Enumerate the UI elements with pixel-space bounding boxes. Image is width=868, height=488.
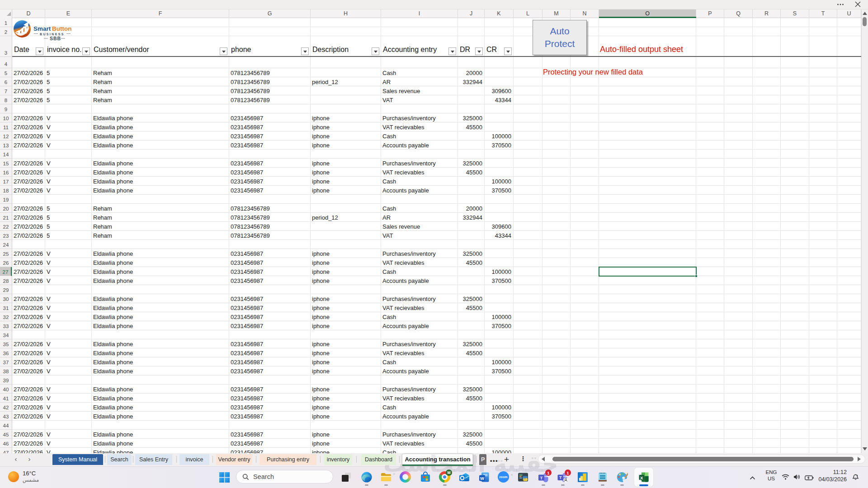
cell-E27[interactable]: V: [45, 267, 91, 276]
cell-I43[interactable]: Accounts payable: [381, 412, 458, 421]
cell-H47[interactable]: iphone: [311, 448, 381, 453]
cell-E16[interactable]: V: [45, 168, 91, 177]
row-header-15[interactable]: 15: [0, 159, 12, 168]
cell-H27[interactable]: iphone: [311, 267, 381, 276]
cell-F25[interactable]: Eldawlia phone: [92, 249, 229, 258]
column-header-K[interactable]: K: [485, 9, 514, 18]
row-header-16[interactable]: 16: [0, 168, 12, 177]
cell-E32[interactable]: V: [45, 312, 91, 321]
cell-E41[interactable]: V: [45, 394, 91, 403]
auto-protect-button[interactable]: Auto Protect: [533, 20, 587, 55]
cell-H37[interactable]: iphone: [311, 357, 381, 366]
cell-E31[interactable]: V: [45, 303, 91, 312]
cell-E10[interactable]: V: [45, 113, 91, 122]
cell-D42[interactable]: 27/02/2026: [12, 403, 45, 412]
column-header-I[interactable]: I: [381, 9, 458, 18]
tabs-scroll-right-icon[interactable]: ›: [26, 455, 33, 463]
cell-G8[interactable]: 078123456789: [229, 95, 310, 104]
edge-icon[interactable]: [361, 471, 373, 483]
row-header-21[interactable]: 21: [0, 213, 12, 222]
window-more-icon[interactable]: [835, 0, 846, 9]
row-header-47[interactable]: 47: [0, 448, 12, 453]
cell-F38[interactable]: Eldawlia phone: [92, 366, 229, 375]
row-header-19[interactable]: 19: [0, 195, 12, 204]
header-cell-I3[interactable]: Accounting entry: [381, 36, 458, 56]
column-header-F[interactable]: F: [92, 9, 229, 18]
cell-F22[interactable]: Reham: [92, 222, 229, 231]
cell-K22[interactable]: 309600: [485, 222, 513, 231]
cell-E12[interactable]: V: [45, 131, 91, 141]
row-header-23[interactable]: 23: [0, 231, 12, 240]
cell-G5[interactable]: 078123456789: [229, 68, 310, 77]
cell-G15[interactable]: 0231456987: [229, 159, 310, 168]
cell-H31[interactable]: iphone: [311, 303, 381, 312]
cell-E35[interactable]: V: [45, 339, 91, 348]
cell-E20[interactable]: 5: [45, 204, 91, 213]
filter-icon-I[interactable]: [448, 47, 456, 55]
column-header-U[interactable]: U: [837, 9, 861, 18]
vertical-scrollbar[interactable]: [861, 9, 868, 453]
cell-G22[interactable]: 078123456789: [229, 222, 310, 231]
row-header-45[interactable]: 45: [0, 430, 12, 439]
cell-I35[interactable]: Purchases/inventory: [381, 339, 458, 348]
cell-I45[interactable]: Purchases/inventory: [381, 430, 458, 439]
row-header-13[interactable]: 13: [0, 141, 12, 150]
cell-I47[interactable]: Cash: [381, 448, 458, 453]
zoom-icon[interactable]: zoom: [498, 471, 509, 483]
filter-icon-E[interactable]: [82, 47, 90, 55]
cell-G32[interactable]: 0231456987: [229, 312, 310, 321]
word-icon[interactable]: W: [478, 471, 490, 483]
cell-I28[interactable]: Accounts payable: [381, 276, 458, 285]
cell-E38[interactable]: V: [45, 366, 91, 375]
cell-F27[interactable]: Eldawlia phone: [92, 267, 229, 276]
row-header-25[interactable]: 25: [0, 249, 12, 258]
cell-D46[interactable]: 27/02/2026: [12, 439, 45, 448]
cell-F45[interactable]: Eldawlia phone: [92, 430, 229, 439]
row-header-38[interactable]: 38: [0, 366, 12, 375]
sheet-tab-p[interactable]: P: [479, 454, 486, 465]
horizontal-scrollbar-thumb[interactable]: [552, 457, 854, 461]
cell-J30[interactable]: 325000: [458, 294, 484, 303]
column-header-H[interactable]: H: [311, 9, 381, 18]
cell-I17[interactable]: Cash: [381, 177, 458, 186]
cell-H13[interactable]: iphone: [311, 141, 381, 150]
scroll-down-icon[interactable]: [863, 447, 867, 450]
scroll-up-icon[interactable]: [863, 12, 867, 15]
filter-icon-D[interactable]: [36, 47, 43, 55]
cell-H21[interactable]: period_12: [311, 213, 381, 222]
teams-icon[interactable]: T1: [538, 471, 549, 483]
row-header-10[interactable]: 10: [0, 113, 12, 122]
cell-H12[interactable]: iphone: [311, 131, 381, 141]
wifi-icon[interactable]: [782, 474, 789, 482]
cell-J41[interactable]: 45500: [458, 394, 484, 403]
row-header-8[interactable]: 8: [0, 95, 12, 104]
cell-D37[interactable]: 27/02/2026: [12, 357, 45, 366]
cell-J35[interactable]: 325000: [458, 339, 484, 348]
cell-F42[interactable]: Eldawlia phone: [92, 403, 229, 412]
cell-D32[interactable]: 27/02/2026: [12, 312, 45, 321]
vertical-scrollbar-thumb[interactable]: [863, 17, 867, 26]
cell-K33[interactable]: 370500: [485, 321, 513, 330]
cell-D41[interactable]: 27/02/2026: [12, 394, 45, 403]
chrome-icon[interactable]: M: [439, 471, 451, 483]
cell-E36[interactable]: V: [45, 348, 91, 357]
cell-D5[interactable]: 27/02/2026: [12, 68, 45, 77]
cell-I12[interactable]: Cash: [381, 131, 458, 141]
cell-G33[interactable]: 0231456987: [229, 321, 310, 330]
cell-F33[interactable]: Eldawlia phone: [92, 321, 229, 330]
cell-H33[interactable]: iphone: [311, 321, 381, 330]
cell-F37[interactable]: Eldawlia phone: [92, 357, 229, 366]
store-icon[interactable]: [420, 471, 431, 483]
cell-G17[interactable]: 0231456987: [229, 177, 310, 186]
column-header-M[interactable]: M: [542, 9, 571, 18]
cell-E6[interactable]: 5: [45, 77, 91, 86]
cell-J10[interactable]: 325000: [458, 113, 484, 122]
column-header-S[interactable]: S: [781, 9, 809, 18]
cell-H45[interactable]: iphone: [311, 430, 381, 439]
cell-E40[interactable]: V: [45, 385, 91, 394]
cell-H18[interactable]: iphone: [311, 186, 381, 195]
task-view-icon[interactable]: [340, 471, 352, 483]
new-sheet-button[interactable]: +: [504, 455, 509, 465]
cell-E22[interactable]: 5: [45, 222, 91, 231]
cell-I6[interactable]: AR: [381, 77, 458, 86]
